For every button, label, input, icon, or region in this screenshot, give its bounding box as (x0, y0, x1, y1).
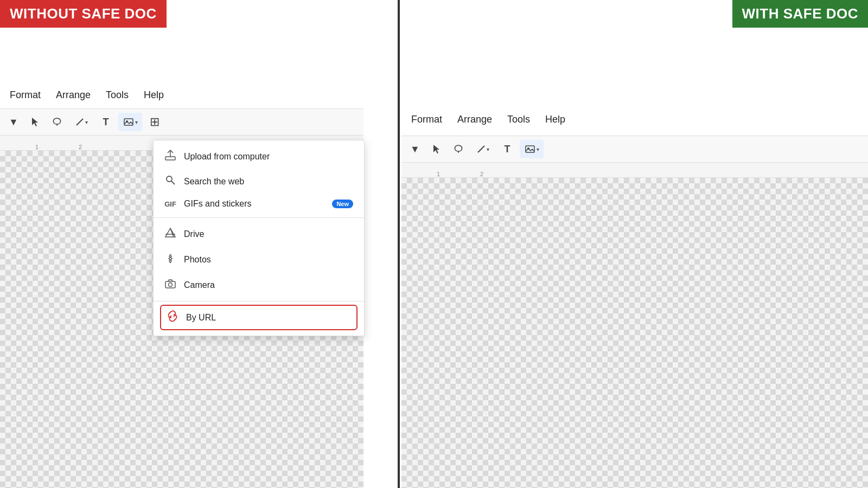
svg-line-1 (76, 119, 83, 125)
toolbar-image-left[interactable]: ▾ (118, 113, 142, 131)
url-icon-left (167, 310, 178, 325)
right-panel: WITH SAFE DOC Format Arrange Tools Help … (401, 0, 868, 488)
toolbar-image-right[interactable]: ▾ (520, 140, 544, 158)
menu-help-right[interactable]: Help (545, 114, 565, 125)
toolbar-lasso-right[interactable] (449, 140, 468, 158)
menu-arrange-left[interactable]: Arrange (56, 89, 91, 101)
dropdown-item-drive-left[interactable]: Drive (154, 221, 364, 247)
camera-label-left: Camera (184, 280, 215, 290)
camera-icon-left (164, 278, 176, 292)
left-menubar: Format Arrange Tools Help (0, 84, 174, 106)
menu-format-left[interactable]: Format (10, 89, 41, 101)
right-menubar: Format Arrange Tools Help (401, 108, 575, 131)
right-doc-canvas (401, 178, 868, 488)
upload-label-left: Upload from computer (184, 152, 270, 162)
ruler-mark-1-left: 1 (15, 144, 59, 150)
svg-rect-4 (165, 157, 175, 160)
photos-icon-left (164, 252, 176, 267)
search-icon-left (164, 175, 176, 188)
menu-arrange-right[interactable]: Arrange (457, 114, 492, 125)
svg-point-6 (167, 176, 172, 182)
dropdown-item-upload-left[interactable]: Upload from computer (154, 144, 364, 169)
toolbar-line-left[interactable]: ▾ (69, 113, 93, 131)
toolbar-dropdown-left[interactable]: ▼ (4, 113, 23, 131)
left-banner: WITHOUT SAFE DOC (0, 0, 167, 28)
toolbar-lasso-left[interactable] (48, 113, 66, 131)
svg-point-12 (169, 283, 173, 287)
right-banner: WITH SAFE DOC (732, 0, 869, 28)
dropdown-item-camera-left[interactable]: Camera (154, 272, 364, 298)
menu-format-right[interactable]: Format (411, 114, 442, 125)
dropdown-item-url-left[interactable]: By URL (160, 305, 358, 330)
toolbar-plus-left[interactable]: ⊞ (145, 113, 164, 131)
panel-divider (398, 0, 400, 488)
toolbar-text-right[interactable]: T (498, 140, 516, 158)
svg-rect-15 (526, 146, 534, 152)
dropdown-divider-1-left (154, 217, 364, 218)
toolbar-select-right[interactable] (427, 140, 446, 158)
upload-icon-left (164, 149, 176, 164)
dropdown-divider-2-left (154, 301, 364, 301)
new-badge-left: New (332, 200, 353, 208)
dropdown-item-photos-left[interactable]: Photos (154, 247, 364, 272)
url-label-left: By URL (186, 313, 216, 323)
menu-tools-left[interactable]: Tools (106, 89, 129, 101)
left-panel: WITHOUT SAFE DOC Format Arrange Tools He… (0, 0, 399, 488)
svg-rect-2 (124, 119, 133, 125)
dropdown-item-gif-left[interactable]: GIF GIFs and stickers New (154, 194, 364, 214)
right-checker-bg (401, 178, 868, 488)
drive-icon-left (164, 227, 176, 241)
search-label-left: Search the web (184, 177, 244, 187)
right-ruler: 1 2 (401, 163, 868, 178)
toolbar-dropdown-right[interactable]: ▼ (406, 140, 424, 158)
svg-line-14 (478, 146, 484, 152)
svg-marker-0 (32, 118, 38, 126)
menu-tools-right[interactable]: Tools (507, 114, 530, 125)
gif-icon-left: GIF (164, 200, 176, 208)
menu-help-left[interactable]: Help (144, 89, 164, 101)
right-toolbar: ▼ ▾ T ▾ (401, 136, 868, 163)
gif-label-left: GIFs and stickers (184, 199, 251, 209)
toolbar-select-left[interactable] (26, 113, 44, 131)
svg-line-7 (171, 181, 175, 184)
svg-marker-13 (433, 145, 439, 153)
drive-label-left: Drive (184, 229, 204, 239)
left-toolbar: ▼ ▾ T ▾ ⊞ (0, 108, 363, 136)
svg-marker-8 (165, 228, 175, 237)
ruler-mark-1-right: 1 (417, 171, 460, 177)
photos-label-left: Photos (184, 255, 211, 265)
dropdown-item-search-left[interactable]: Search the web (154, 169, 364, 194)
toolbar-line-right[interactable]: ▾ (471, 140, 495, 158)
ruler-mark-2-right: 2 (460, 171, 503, 177)
toolbar-text-left[interactable]: T (97, 113, 115, 131)
left-image-dropdown: Upload from computer Search the web GIF … (153, 140, 365, 336)
ruler-mark-2-left: 2 (59, 144, 102, 150)
